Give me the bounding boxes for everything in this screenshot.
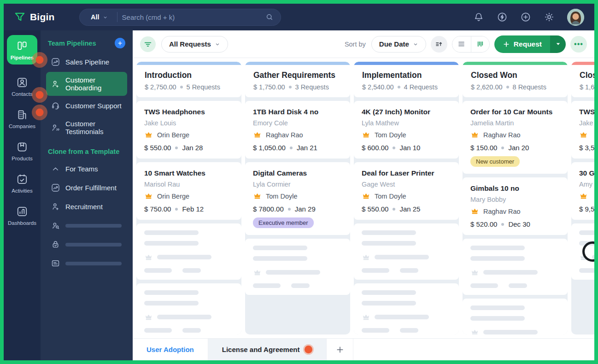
card-title: TWS Headphones xyxy=(144,108,234,116)
card-due-date: Jan 29 xyxy=(295,205,316,213)
sidebar-item-customer-onboarding[interactable]: Customer Onboarding xyxy=(46,72,127,96)
owner-crown-icon xyxy=(362,130,370,140)
owner-crown-icon xyxy=(253,130,262,140)
column-header[interactable]: Implementation $ 2,540.00 4 Requests xyxy=(354,62,459,97)
request-card[interactable]: 10 Smart Watches Marisol Rau Orin Berge … xyxy=(136,162,241,220)
search-input[interactable] xyxy=(122,13,265,21)
stage-tab-user-adoption[interactable]: User Adoption xyxy=(133,339,208,360)
card-title: 4K (27 Inch) Monitor xyxy=(362,108,451,116)
column-header[interactable]: Gather Requirements $ 1,750.00 3 Request… xyxy=(245,62,350,97)
skeleton-bar xyxy=(65,224,122,228)
request-card-skeleton[interactable] xyxy=(354,223,459,280)
add-pipeline-button[interactable]: + xyxy=(115,38,125,48)
list-view-icon xyxy=(457,40,466,48)
request-card[interactable]: TWS Headphones Jake Louis $ 3,500.00 xyxy=(571,101,594,159)
card-contact: Marisol Rau xyxy=(144,181,234,188)
request-card[interactable]: Deal for Laser Printer Gage West Tom Doy… xyxy=(354,162,459,220)
request-card-skeleton[interactable] xyxy=(571,223,594,280)
add-tab-button[interactable] xyxy=(327,339,353,360)
more-options-button[interactable]: ••• xyxy=(570,36,587,53)
filter-icon xyxy=(143,40,152,49)
plus-icon xyxy=(503,41,510,48)
sidebar-item-skeleton[interactable] xyxy=(46,235,127,253)
tab-label: License and Agreement xyxy=(222,346,300,353)
sort-field-value: Due Date xyxy=(379,40,409,48)
request-card-skeleton[interactable] xyxy=(463,239,568,295)
card-amount-value: $ 550.00 xyxy=(144,144,171,152)
nav-item-pipelines[interactable]: Pipelines xyxy=(7,35,37,65)
nav-item-label: Companies xyxy=(7,123,37,129)
card-due-date: Feb 12 xyxy=(182,205,204,213)
company-icon xyxy=(7,109,37,122)
board-toolbar: All Requests Sort by Due Date xyxy=(133,30,594,58)
filter-button[interactable] xyxy=(140,36,156,52)
owner-crown-icon xyxy=(470,130,479,140)
sidebar-item-customer-testimonials[interactable]: Customer Testimonials xyxy=(46,116,127,140)
activity-icon xyxy=(7,173,37,186)
stage-tab-license-and-agreement[interactable]: License and Agreement xyxy=(208,339,327,360)
divider xyxy=(117,12,117,22)
search-icon[interactable] xyxy=(265,12,274,22)
column-header[interactable]: Introduction $ 2,750.00 5 Requests xyxy=(136,62,241,97)
sidebar-item-order-fulfillment[interactable]: Order Fulfillment xyxy=(46,179,127,197)
bottom-tabs: User AdoptionLicense and Agreement xyxy=(133,338,594,360)
request-card-skeleton[interactable] xyxy=(245,239,350,295)
settings-gear-icon[interactable] xyxy=(544,12,555,23)
brand-name: Bigin xyxy=(30,12,55,23)
add-request-button[interactable]: Request xyxy=(494,35,550,53)
sidebar-section-title: Team Pipelines xyxy=(48,40,96,47)
trend-icon xyxy=(51,57,60,67)
request-card[interactable]: 4K (27 Inch) Monitor Lyla Mathew Tom Doy… xyxy=(354,101,459,159)
add-new-plus-icon[interactable] xyxy=(520,12,531,23)
notifications-bell-icon[interactable] xyxy=(473,12,484,23)
card-title: Deal for Laser Printer xyxy=(362,169,451,177)
view-filter-dropdown[interactable]: All Requests xyxy=(161,36,228,53)
dot-separator xyxy=(398,86,400,88)
column-amount: $ 2,620.00 xyxy=(471,83,503,91)
sidebar-item-skeleton[interactable] xyxy=(46,217,127,235)
nav-item-label: Activities xyxy=(7,188,37,194)
sidebar-item-customer-support[interactable]: Customer Support xyxy=(46,97,127,115)
list-view-button[interactable] xyxy=(452,36,471,52)
sort-field-dropdown[interactable]: Due Date xyxy=(371,36,426,53)
search-scope-dropdown[interactable]: All xyxy=(86,13,112,21)
request-card-skeleton[interactable] xyxy=(136,283,241,335)
sidebar-section-title: Clone from a Template xyxy=(46,141,127,160)
nav-item-contacts[interactable]: Contacts xyxy=(7,74,37,100)
column-header[interactable]: Closed Lost $ 1,620.00 xyxy=(571,62,594,97)
request-card[interactable]: 30 Gimbals Amy $ 9,500.00 xyxy=(571,162,594,220)
person-quote-icon xyxy=(51,123,60,133)
request-card[interactable]: 1TB Hard Disk 4 no Emory Cole Raghav Rao… xyxy=(245,101,350,159)
quick-actions-bolt-icon[interactable] xyxy=(497,12,508,23)
user-avatar[interactable] xyxy=(567,9,584,26)
chevron-down-icon xyxy=(413,41,418,47)
sidebar-item-sales-pipeline[interactable]: Sales Pipeline xyxy=(46,53,127,71)
request-card[interactable]: Digital Cameras Lyla Cormier Tom Doyle $… xyxy=(245,162,350,235)
sort-direction-button[interactable] xyxy=(431,36,447,53)
card-contact: Lyla Mathew xyxy=(362,119,451,127)
card-due-date: Jan 28 xyxy=(182,144,203,152)
column-header[interactable]: Closed Won $ 2,620.00 8 Requests xyxy=(463,62,568,97)
request-card[interactable]: Gimbals 10 no Mary Bobby Raghav Rao $ 52… xyxy=(463,177,568,235)
card-owner: Orin Berge xyxy=(157,131,189,139)
request-card-skeleton[interactable] xyxy=(463,299,568,335)
owner-crown-icon xyxy=(253,191,262,201)
sidebar-item-for-teams[interactable]: For Teams xyxy=(46,160,127,178)
add-request-caret[interactable] xyxy=(550,35,566,53)
nav-item-dashboards[interactable]: Dashboards xyxy=(7,203,37,229)
sidebar-item-skeleton[interactable] xyxy=(46,254,127,272)
kanban-view-button[interactable] xyxy=(471,36,489,52)
global-search[interactable]: All xyxy=(79,9,281,26)
column-count: 3 Requests xyxy=(295,83,329,91)
nav-item-companies[interactable]: Companies xyxy=(7,106,37,132)
request-card[interactable]: TWS Headphones Jake Louis Orin Berge $ 5… xyxy=(136,101,241,159)
nav-item-products[interactable]: Products xyxy=(7,138,37,164)
request-card-skeleton[interactable] xyxy=(354,283,459,335)
sidebar-item-recruitment[interactable]: Recruitment xyxy=(46,198,127,216)
request-card[interactable]: Order for 10 Car Mounts Jamelia Martin R… xyxy=(463,101,568,174)
pipelines-sidebar: Team Pipelines + Sales Pipeline Customer… xyxy=(41,30,133,360)
nav-item-activities[interactable]: Activities xyxy=(7,170,37,196)
brand-logo[interactable]: Bigin xyxy=(14,11,74,23)
column-title: Gather Requirements xyxy=(253,70,342,80)
request-card-skeleton[interactable] xyxy=(136,223,241,280)
